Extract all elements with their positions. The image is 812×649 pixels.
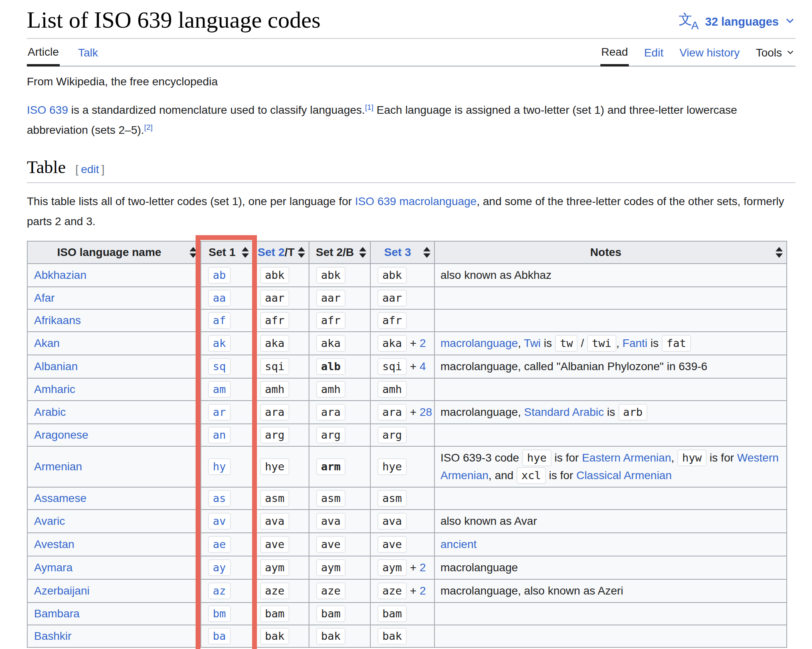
- inline-link[interactable]: Fanti: [622, 337, 647, 349]
- code-box: asm: [378, 490, 407, 507]
- table-row: Bambarabmbambambam: [27, 603, 787, 625]
- language-link[interactable]: Amharic: [34, 383, 75, 395]
- tab-edit[interactable]: Edit: [643, 40, 664, 66]
- set1-code-link[interactable]: ab: [213, 269, 226, 281]
- set2t-cell: bak: [253, 625, 309, 647]
- column-header-set-2-b[interactable]: Set 2/B: [309, 241, 370, 264]
- sort-icon[interactable]: [776, 247, 783, 258]
- set1-code-link[interactable]: bm: [213, 607, 226, 620]
- tab-article[interactable]: Article: [27, 40, 60, 67]
- set1-code-link[interactable]: ar: [213, 406, 226, 418]
- code-box: afr: [378, 312, 407, 329]
- set1-code-link[interactable]: sq: [213, 360, 226, 373]
- iso-codes-table: ISO language nameSet 1Set 2/TSet 2/BSet …: [27, 241, 787, 648]
- language-name-cell: Assamese: [27, 487, 201, 510]
- language-link[interactable]: Afrikaans: [34, 314, 81, 327]
- language-link[interactable]: Avaric: [34, 515, 65, 527]
- language-link[interactable]: Bashkir: [34, 630, 71, 642]
- language-link[interactable]: Aragonese: [34, 429, 88, 441]
- set1-code-link[interactable]: aa: [213, 292, 226, 304]
- inline-link[interactable]: Set 3: [384, 246, 411, 258]
- code-box: sqi: [260, 358, 289, 375]
- set1-code-link[interactable]: ay: [213, 561, 226, 574]
- set1-code-link[interactable]: af: [213, 314, 226, 327]
- plus-count-link[interactable]: 2: [420, 561, 426, 574]
- code-box: xcl: [517, 467, 546, 484]
- language-link[interactable]: Abkhazian: [34, 269, 87, 281]
- column-header-label: Set 2/B: [316, 246, 354, 258]
- plus-count-link[interactable]: 2: [420, 585, 426, 597]
- set1-code-link[interactable]: ba: [213, 630, 226, 642]
- set1-code-link[interactable]: as: [213, 492, 226, 504]
- code-box: amh: [316, 381, 345, 398]
- plus-count-link[interactable]: 28: [420, 406, 432, 418]
- inline-link[interactable]: ancient: [440, 538, 477, 550]
- set1-code-link[interactable]: hy: [213, 460, 226, 473]
- set1-code-link[interactable]: az: [213, 585, 226, 597]
- sort-icon[interactable]: [423, 247, 430, 258]
- chevron-down-icon: [784, 15, 796, 29]
- sort-icon[interactable]: [359, 247, 366, 258]
- notes-cell: macrolanguage, called "Albanian Phylozon…: [434, 355, 787, 378]
- sort-icon[interactable]: [242, 247, 249, 258]
- language-link[interactable]: Avestan: [34, 538, 75, 550]
- code-box: bak: [316, 628, 345, 645]
- additional-codes: + 2: [410, 337, 426, 349]
- tab-talk[interactable]: Talk: [77, 40, 99, 66]
- code-box: aar: [260, 290, 289, 306]
- inline-link[interactable]: Standard Arabic: [524, 406, 604, 418]
- language-link[interactable]: Azerbaijani: [34, 585, 90, 597]
- sort-icon[interactable]: [298, 247, 305, 258]
- inline-link[interactable]: ISO 639 macrolanguage: [355, 195, 477, 208]
- column-header-set-3[interactable]: Set 3: [370, 241, 434, 264]
- set2t-cell: aar: [253, 287, 309, 309]
- inline-link[interactable]: Twi: [524, 337, 541, 349]
- language-link[interactable]: Assamese: [34, 492, 87, 504]
- inline-link[interactable]: Set 2: [258, 246, 285, 258]
- inline-link[interactable]: ISO 639: [27, 104, 68, 116]
- table-row: Aymaraayaymaymaym+ 2macrolanguage: [27, 556, 787, 579]
- set2t-cell: sqi: [253, 355, 309, 378]
- code-box: af: [208, 312, 231, 329]
- language-link[interactable]: Aymara: [34, 561, 73, 574]
- language-name-cell: Amharic: [27, 378, 201, 401]
- column-header-set-1[interactable]: Set 1: [201, 241, 253, 264]
- column-header-label: ISO language name: [57, 246, 162, 258]
- tab-tools[interactable]: Tools: [755, 40, 796, 66]
- language-link[interactable]: Arabic: [34, 406, 66, 418]
- tab-read[interactable]: Read: [600, 40, 629, 67]
- column-header-set-2-t[interactable]: Set 2/T: [253, 241, 309, 264]
- footnote-ref-link[interactable]: [2]: [144, 123, 153, 131]
- sort-icon[interactable]: [190, 247, 197, 258]
- set1-code-link[interactable]: av: [213, 515, 226, 527]
- table-row: Arabicararaaraara+ 28macrolanguage, Stan…: [27, 401, 787, 424]
- inline-link[interactable]: macrolanguage: [440, 337, 518, 349]
- inline-link[interactable]: Eastern Armenian: [582, 451, 671, 464]
- column-header-iso-language-name[interactable]: ISO language name: [27, 241, 201, 264]
- code-box: ara: [260, 404, 289, 421]
- set1-code-link[interactable]: ae: [213, 538, 226, 550]
- plus-count-link[interactable]: 2: [420, 337, 426, 349]
- set2t-cell: hye: [253, 446, 309, 487]
- language-name-cell: Arabic: [27, 401, 201, 424]
- language-link[interactable]: Albanian: [34, 360, 78, 373]
- footnote-ref-link[interactable]: [1]: [365, 103, 374, 111]
- column-header-notes[interactable]: Notes: [434, 241, 787, 264]
- plus-count-link[interactable]: 4: [420, 360, 426, 373]
- language-link[interactable]: Armenian: [34, 460, 82, 473]
- code-box: abk: [260, 267, 289, 284]
- notes-cell: macrolanguage, also known as Azeri: [434, 579, 787, 603]
- language-selector-button[interactable]: 文A 32 languages: [679, 12, 796, 31]
- set1-code-link[interactable]: an: [213, 429, 226, 441]
- table-intro-paragraph: This table lists all of two-letter codes…: [27, 191, 790, 232]
- set1-code-link[interactable]: ak: [213, 337, 226, 349]
- inline-link[interactable]: Classical Armenian: [576, 469, 672, 482]
- tab-view-history[interactable]: View history: [679, 40, 740, 66]
- set1-cell: am: [201, 378, 253, 401]
- edit-section-link[interactable]: edit: [79, 163, 101, 175]
- set1-code-link[interactable]: am: [213, 383, 226, 395]
- language-link[interactable]: Afar: [34, 292, 55, 304]
- language-link[interactable]: Akan: [34, 337, 60, 349]
- language-name-cell: Afrikaans: [27, 309, 201, 332]
- language-link[interactable]: Bambara: [34, 607, 80, 620]
